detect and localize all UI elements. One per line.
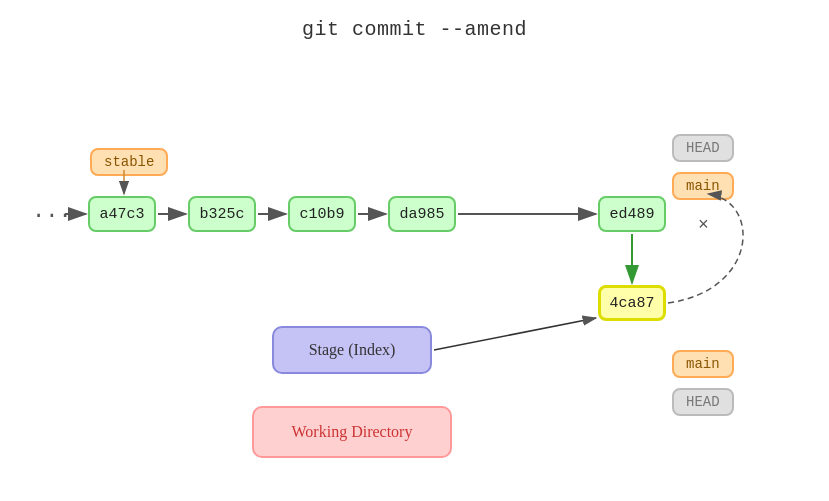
commit-da985: da985 — [388, 196, 456, 232]
label-head-bottom: HEAD — [672, 388, 734, 416]
page-title: git commit --amend — [0, 0, 829, 41]
commit-c10b9: c10b9 — [288, 196, 356, 232]
stage-index-box: Stage (Index) — [272, 326, 432, 374]
label-stable: stable — [90, 148, 168, 176]
svg-line-9 — [434, 318, 596, 350]
commit-b325c: b325c — [188, 196, 256, 232]
label-main-top: main — [672, 172, 734, 200]
ellipsis: ··· — [32, 204, 72, 229]
label-main-bottom: main — [672, 350, 734, 378]
commit-ed489: ed489 — [598, 196, 666, 232]
commit-4ca87: 4ca87 — [598, 285, 666, 321]
commit-a47c3: a47c3 — [88, 196, 156, 232]
cross-mark: × — [698, 215, 709, 235]
label-head-top: HEAD — [672, 134, 734, 162]
working-directory-box: Working Directory — [252, 406, 452, 458]
